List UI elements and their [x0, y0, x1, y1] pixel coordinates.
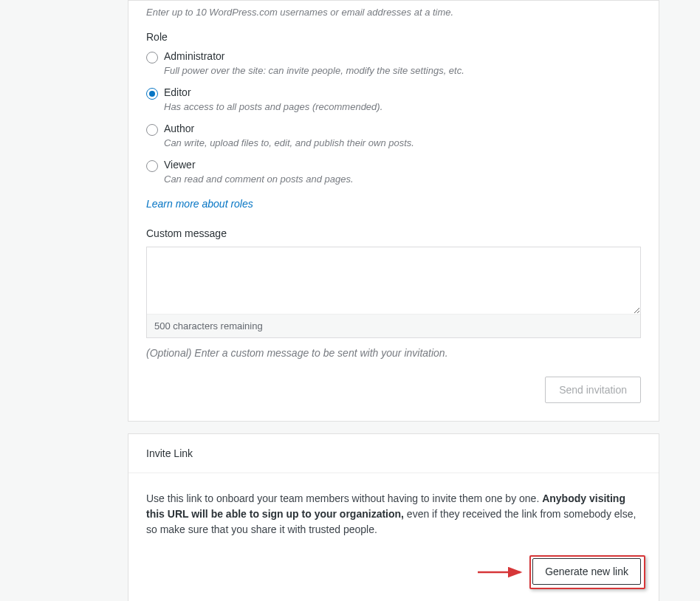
username-hint: Enter up to 10 WordPress.com usernames o… — [146, 7, 641, 18]
custom-message-textarea[interactable] — [147, 247, 640, 314]
role-name: Administrator — [164, 50, 464, 62]
char-count: 500 characters remaining — [147, 314, 640, 337]
role-desc: Has access to all posts and pages (recom… — [164, 101, 382, 112]
role-text: ViewerCan read and comment on posts and … — [164, 159, 354, 185]
radio-icon[interactable] — [146, 124, 158, 136]
radio-icon[interactable] — [146, 160, 158, 172]
generate-new-link-button[interactable]: Generate new link — [532, 558, 641, 585]
radio-icon[interactable] — [146, 52, 158, 63]
invite-link-card: Invite Link Use this link to onboard you… — [128, 433, 659, 601]
invite-link-text-pre: Use this link to onboard your team membe… — [146, 492, 542, 504]
role-name: Author — [164, 123, 414, 134]
radio-icon[interactable] — [146, 88, 158, 100]
role-name: Editor — [164, 86, 382, 98]
invite-link-header: Invite Link — [128, 434, 659, 473]
send-invitation-button[interactable]: Send invitation — [545, 377, 641, 403]
role-text: EditorHas access to all posts and pages … — [164, 86, 382, 112]
role-option-administrator[interactable]: AdministratorFull power over the site: c… — [146, 50, 641, 76]
role-text: AdministratorFull power over the site: c… — [164, 50, 464, 76]
role-option-author[interactable]: AuthorCan write, upload files to, edit, … — [146, 123, 641, 148]
role-name: Viewer — [164, 159, 354, 171]
custom-message-label: Custom message — [146, 227, 641, 239]
role-option-viewer[interactable]: ViewerCan read and comment on posts and … — [146, 159, 641, 185]
role-section-label: Role — [146, 31, 641, 43]
optional-hint: (Optional) Enter a custom message to be … — [146, 347, 641, 359]
custom-message-wrap: 500 characters remaining — [146, 247, 641, 338]
role-text: AuthorCan write, upload files to, edit, … — [164, 123, 414, 148]
learn-more-roles-link[interactable]: Learn more about roles — [146, 198, 253, 210]
invite-link-description: Use this link to onboard your team membe… — [146, 491, 641, 538]
invite-form-card: Enter up to 10 WordPress.com usernames o… — [128, 0, 659, 422]
role-desc: Can write, upload files to, edit, and pu… — [164, 137, 414, 148]
role-desc: Can read and comment on posts and pages. — [164, 174, 354, 185]
role-desc: Full power over the site: can invite peo… — [164, 65, 464, 76]
role-option-editor[interactable]: EditorHas access to all posts and pages … — [146, 86, 641, 112]
